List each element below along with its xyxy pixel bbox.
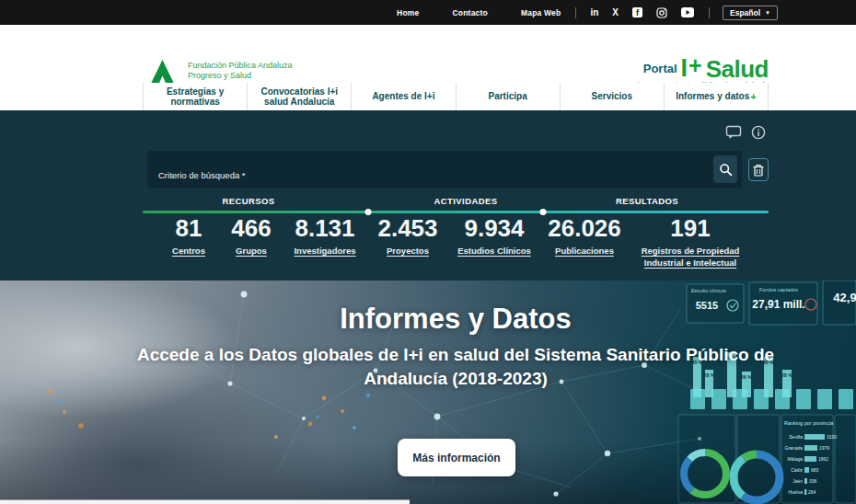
- search-icon: [719, 163, 733, 177]
- line-dot: [365, 209, 372, 215]
- portal-isalud-homepage: Home Contacto Mapa Web in X f Español ▼ …: [0, 0, 856, 504]
- ranking-value: 1862: [818, 456, 828, 462]
- ranking-title: Ranking por provincia: [784, 420, 834, 426]
- stat-label[interactable]: Proyectos: [377, 245, 437, 258]
- nav-label: Servicios: [592, 91, 632, 102]
- kpi-card-value: 42,9: [833, 291, 856, 304]
- search-input[interactable]: Criterio de búsqueda *: [147, 151, 742, 188]
- stats-group-recursos: RECURSOS: [222, 196, 274, 206]
- ranking-value: 336: [809, 478, 817, 484]
- site-header: Fundación Pública Andaluza Progreso y Sa…: [0, 25, 856, 83]
- brand-salud-text: Salud: [706, 59, 769, 79]
- org-line1: Fundación Pública Andaluza: [188, 61, 315, 71]
- search-button[interactable]: [713, 155, 737, 183]
- main-navigation: Estrategias y normativas Convocatorias I…: [143, 83, 769, 110]
- stat-value: 26.026: [548, 215, 621, 242]
- stat-investigadores: 8.131 Investigadores: [294, 215, 355, 257]
- hero-banner: Estudio clínicos 5515 Fondos captados 27…: [0, 281, 856, 504]
- kpi-card-label: Estudio clínicos: [691, 288, 726, 293]
- stat-publicaciones: 26.026 Publicaciones: [548, 215, 621, 257]
- stat-registros-propiedad: 191 Registros de Propiedad Industrial e …: [636, 215, 745, 269]
- top-utility-bar: Home Contacto Mapa Web in X f Español ▼: [0, 0, 856, 25]
- nav-item-participa[interactable]: Participa: [456, 83, 560, 110]
- ranking-value: 264: [808, 489, 816, 495]
- ranking-value: 1979: [819, 445, 829, 451]
- nav-item-agentes[interactable]: Agentes de I+i: [351, 83, 455, 110]
- ranking-label: Sevilla: [789, 434, 803, 440]
- topbar-link-contacto[interactable]: Contacto: [453, 8, 488, 17]
- ranking-value: 3190: [827, 434, 837, 440]
- youtube-icon[interactable]: [681, 7, 694, 17]
- stat-label[interactable]: Registros de Propiedad Industrial e Inte…: [636, 245, 745, 270]
- stats-group-resultados: RESULTADOS: [616, 196, 678, 206]
- stats-group-actividades: ACTIVIDADES: [434, 196, 498, 206]
- search-stats-section: Criterio de búsqueda * RECURSOS ACTIVIDA…: [0, 110, 856, 281]
- chevron-down-icon: ▼: [765, 10, 770, 16]
- stat-value: 9.934: [457, 215, 531, 242]
- stat-grupos: 466 Grupos: [231, 215, 271, 257]
- nav-item-estrategias[interactable]: Estrategias y normativas: [143, 83, 247, 110]
- nav-item-informes-y-datos[interactable]: Informes y datos+: [664, 83, 769, 110]
- stat-value: 466: [231, 215, 271, 242]
- hero-title: Informes y Datos: [143, 303, 769, 336]
- nav-item-servicios[interactable]: Servicios: [560, 83, 664, 110]
- plus-cross-icon: +: [688, 56, 702, 74]
- stat-value: 2.453: [377, 215, 437, 242]
- section-mini-icons: [725, 125, 766, 140]
- ranking-label: Jaén: [792, 478, 803, 484]
- stat-value: 191: [636, 215, 745, 242]
- instagram-icon[interactable]: [656, 7, 667, 18]
- topbar-divider: [575, 7, 576, 18]
- trash-icon: [753, 164, 764, 177]
- brand-i-text: I: [681, 58, 688, 79]
- nav-label: Convocatorias I+i salud Andalucía: [253, 86, 345, 108]
- ranking-label: Málaga: [788, 456, 804, 462]
- stat-label[interactable]: Publicaciones: [548, 245, 621, 258]
- stat-estudios-clinicos: 9.934 Estudios Clínicos: [457, 215, 531, 257]
- stat-proyectos: 2.453 Proyectos: [377, 215, 437, 257]
- hero-subtitle: Accede a los Datos globales de I+i en sa…: [124, 343, 787, 390]
- nav-plus-icon: +: [750, 91, 756, 103]
- nav-label: Participa: [488, 91, 526, 102]
- language-selector[interactable]: Español ▼: [723, 6, 778, 20]
- org-line2: Progreso y Salud: [188, 71, 315, 81]
- nav-label: Agentes de I+i: [372, 91, 434, 102]
- mas-informacion-button[interactable]: Más información: [398, 439, 515, 476]
- stat-value: 81: [172, 215, 205, 242]
- stat-label[interactable]: Investigadores: [294, 245, 355, 258]
- stat-label[interactable]: Estudios Clínicos: [457, 245, 531, 258]
- comment-icon[interactable]: [725, 125, 742, 140]
- clear-search-button[interactable]: [748, 158, 769, 181]
- search-input-label: Criterio de búsqueda *: [158, 170, 246, 180]
- kpi-card-label: Fondos captados: [759, 287, 798, 292]
- topbar-link-home[interactable]: Home: [397, 8, 419, 17]
- nav-label: Estrategias y normativas: [149, 86, 241, 108]
- language-label: Español: [730, 8, 760, 17]
- topbar-link-mapaweb[interactable]: Mapa Web: [521, 8, 561, 17]
- next-section-edge: [0, 499, 410, 504]
- nav-item-convocatorias[interactable]: Convocatorias I+i salud Andalucía: [247, 83, 351, 110]
- stat-label[interactable]: Centros: [172, 245, 205, 258]
- line-dot: [540, 209, 547, 215]
- ranking-value: 683: [811, 467, 819, 473]
- x-twitter-icon[interactable]: X: [612, 7, 619, 17]
- nav-label: Informes y datos: [676, 91, 749, 102]
- ranking-label: Cádiz: [791, 467, 803, 473]
- facebook-icon[interactable]: f: [632, 7, 642, 17]
- ranking-label: Granada: [785, 445, 804, 451]
- linkedin-icon[interactable]: in: [590, 7, 598, 17]
- stats-gradient-line: [143, 211, 769, 213]
- stat-label[interactable]: Grupos: [231, 245, 271, 258]
- topbar-divider-2: [709, 7, 710, 18]
- stat-centros: 81 Centros: [172, 215, 205, 257]
- info-icon[interactable]: [751, 125, 766, 140]
- ranking-label: Huelva: [788, 489, 803, 495]
- brand-portal-text: Portal: [643, 62, 677, 79]
- stat-value: 8.131: [294, 215, 355, 242]
